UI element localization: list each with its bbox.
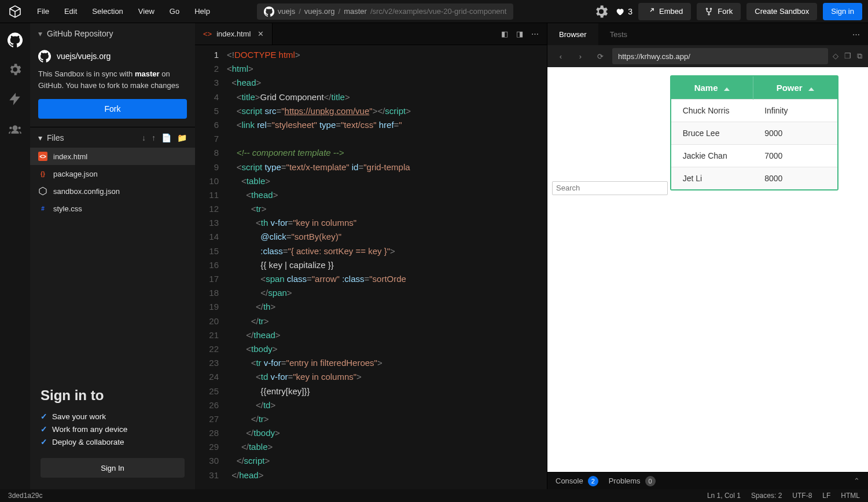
github-icon[interactable] <box>8 32 23 49</box>
fork-button[interactable]: Fork <box>697 3 741 20</box>
problems-badge: 0 <box>645 476 656 486</box>
chevron-up-icon[interactable]: ⌃ <box>854 477 860 485</box>
new-window-icon[interactable]: ◇ <box>833 52 838 61</box>
external-icon[interactable]: ⧉ <box>857 52 862 61</box>
chevron-down-icon: ▾ <box>38 133 42 142</box>
menu-help[interactable]: Help <box>187 3 217 19</box>
copy-icon[interactable]: ❐ <box>844 52 851 61</box>
tab-tests[interactable]: Tests <box>598 23 639 45</box>
reload-icon[interactable]: ⟳ <box>593 49 608 64</box>
editor: <> index.html ✕ ◧ ◨ ⋯ 123456789101112131… <box>195 23 547 489</box>
cursor-position[interactable]: Ln 1, Col 1 <box>707 492 741 500</box>
svg-point-2 <box>708 13 709 14</box>
live-icon[interactable] <box>8 121 23 138</box>
menu-items: File Edit Selection View Go Help <box>30 3 217 19</box>
signin-title: Sign in to <box>41 387 185 404</box>
indentation[interactable]: Spaces: 2 <box>751 492 782 500</box>
sort-arrow-icon <box>808 87 814 91</box>
check-icon: ✓ <box>41 437 47 446</box>
embed-button[interactable]: Embed <box>638 3 691 20</box>
upload-icon[interactable]: ↑ <box>152 133 156 142</box>
tab-browser[interactable]: Browser <box>547 23 598 45</box>
tab-label: index.html <box>216 30 251 38</box>
chevron-down-icon: ▾ <box>38 29 42 38</box>
signin-box-button[interactable]: Sign In <box>41 458 185 478</box>
download-icon[interactable]: ↓ <box>142 133 146 142</box>
file-name: style.css <box>53 204 82 213</box>
side-fork-button[interactable]: Fork <box>38 99 187 119</box>
crumb-owner: vuejs <box>278 7 295 16</box>
side-panel: ▾ GitHub Repository vuejs/vuejs.org This… <box>30 23 195 489</box>
encoding[interactable]: UTF-8 <box>792 492 812 500</box>
column-header[interactable]: Name <box>671 76 753 100</box>
cell-name: Chuck Norris <box>671 100 753 122</box>
file-row[interactable]: <>index.html <box>30 148 195 165</box>
menu-go[interactable]: Go <box>163 3 186 19</box>
crumb-repo: vuejs.org <box>304 7 335 16</box>
crumb-path: /src/v2/examples/vue-20-grid-component <box>370 7 507 16</box>
table-row: Bruce Lee9000 <box>671 122 837 145</box>
section-title: GitHub Repository <box>47 29 113 38</box>
section-header-github[interactable]: ▾ GitHub Repository <box>30 23 195 44</box>
console-bar: Console 2 Problems 0 ⌃ <box>547 472 868 489</box>
file-name: sandbox.config.json <box>53 187 120 196</box>
column-header[interactable]: Power <box>753 76 837 100</box>
preview-panel: Browser Tests ⋯ ‹ › ⟳ ◇ ❐ ⧉ Name Power C… <box>547 23 868 489</box>
logo[interactable] <box>0 5 30 19</box>
html-file-icon: <> <box>38 152 47 161</box>
url-input[interactable] <box>612 48 828 64</box>
create-sandbox-button[interactable]: Create Sandbox <box>746 3 817 20</box>
menu-file[interactable]: File <box>30 3 56 19</box>
likes-count: 3 <box>628 7 632 16</box>
more-icon[interactable]: ⋯ <box>852 30 860 39</box>
file-row[interactable]: {}package.json <box>30 165 195 182</box>
file-row[interactable]: sandbox.config.json <box>30 182 195 200</box>
nav-forward-icon[interactable]: › <box>573 49 588 64</box>
menu-selection[interactable]: Selection <box>85 3 130 19</box>
settings-icon-2[interactable] <box>8 62 23 79</box>
repo-link[interactable]: vuejs/vuejs.org <box>30 44 195 68</box>
code-area[interactable]: 1234567891011121314151617181920212223242… <box>195 45 547 489</box>
feature-item: ✓Deploy & collaborate <box>41 437 185 446</box>
file-row[interactable]: #style.css <box>30 200 195 217</box>
tab-index-html[interactable]: <> index.html ✕ <box>195 23 273 45</box>
more-icon[interactable]: ⋯ <box>531 30 539 38</box>
split-right-icon[interactable]: ◨ <box>516 30 523 38</box>
fork-label: Fork <box>718 7 733 16</box>
nav-back-icon[interactable]: ‹ <box>553 49 568 64</box>
activity-bar <box>0 23 30 489</box>
embed-label: Embed <box>659 7 683 16</box>
cell-name: Bruce Lee <box>671 122 753 145</box>
table-row: Jet Li8000 <box>671 167 837 190</box>
new-file-icon[interactable]: 📄 <box>161 133 171 142</box>
likes[interactable]: 3 <box>615 7 632 16</box>
file-name: package.json <box>53 170 98 178</box>
eol[interactable]: LF <box>822 492 830 500</box>
files-header[interactable]: ▾ Files ↓ ↑ 📄 📁 <box>30 127 195 148</box>
search-input[interactable] <box>552 181 668 195</box>
feature-item: ✓Save your work <box>41 412 185 421</box>
breadcrumb[interactable]: vuejs/ vuejs.org/ master /src/v2/example… <box>257 3 514 20</box>
data-grid: Name Power Chuck NorrisInfinityBruce Lee… <box>670 75 838 190</box>
preview-frame: Name Power Chuck NorrisInfinityBruce Lee… <box>547 67 868 472</box>
close-icon[interactable]: ✕ <box>258 30 264 38</box>
problems-tab[interactable]: Problems 0 <box>609 476 656 486</box>
cell-name: Jet Li <box>671 167 753 190</box>
commit-hash[interactable]: 3ded1a29c <box>8 492 42 500</box>
sync-message: This Sandbox is in sync with master on G… <box>30 68 195 91</box>
svg-point-1 <box>711 8 712 9</box>
preview-tabs: Browser Tests ⋯ <box>547 23 868 45</box>
deploy-icon[interactable] <box>8 91 23 108</box>
settings-icon[interactable] <box>593 3 609 20</box>
cell-power: 8000 <box>753 167 837 190</box>
signin-button[interactable]: Sign in <box>823 3 862 20</box>
check-icon: ✓ <box>41 424 47 434</box>
css-file-icon: # <box>38 204 47 213</box>
menu-edit[interactable]: Edit <box>57 3 84 19</box>
console-tab[interactable]: Console 2 <box>556 476 598 486</box>
language-mode[interactable]: HTML <box>841 492 860 500</box>
address-bar: ‹ › ⟳ ◇ ❐ ⧉ <box>547 45 868 67</box>
menu-view[interactable]: View <box>131 3 161 19</box>
split-left-icon[interactable]: ◧ <box>501 30 508 38</box>
new-folder-icon[interactable]: 📁 <box>177 133 187 142</box>
